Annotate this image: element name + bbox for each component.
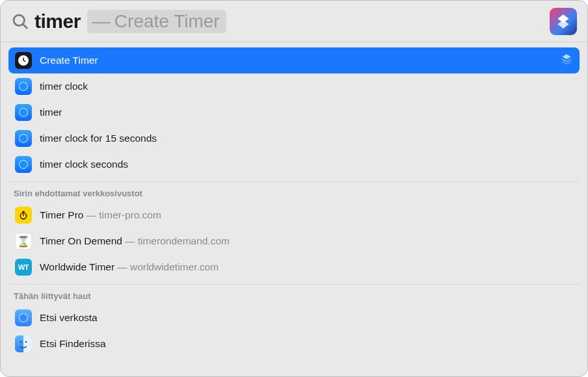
search-suggestion-pill[interactable]: — Create Timer (87, 10, 226, 33)
suggestion-dash: — (92, 11, 111, 32)
section-header-related: Tähän liittyvät haut (8, 284, 580, 305)
suggestion-label: timer clock (40, 81, 88, 92)
safari-icon (15, 104, 32, 121)
result-suggestion[interactable]: timer (8, 99, 580, 125)
suggestion-text: Create Timer (114, 11, 220, 32)
clock-icon (15, 52, 32, 69)
results-panel: Create Timer timer clock timer (1, 42, 587, 365)
site-title: Timer Pro (40, 209, 83, 221)
result-website[interactable]: WT Worldwide Timer — worldwidetimer.com (8, 254, 580, 280)
finder-icon (15, 335, 32, 352)
result-suggestion[interactable]: timer clock seconds (8, 151, 580, 177)
site-url: — timer-pro.com (86, 209, 161, 221)
svg-point-33 (25, 341, 27, 343)
safari-icon (15, 78, 32, 95)
suggestion-label: timer clock for 15 seconds (40, 133, 157, 144)
search-bar[interactable]: timer — Create Timer (1, 1, 587, 42)
site-title: Worldwide Timer (40, 261, 114, 273)
top-hit-label: Create Timer (40, 55, 98, 66)
site-title: Timer On Demend (40, 235, 122, 247)
search-icon (11, 12, 29, 31)
hourglass-icon: ⌛ (15, 233, 32, 250)
shortcuts-app-icon (550, 8, 577, 35)
wt-icon: WT (15, 259, 32, 276)
site-url: — timerondemand.com (125, 235, 230, 247)
result-search-web[interactable]: Etsi verkosta (8, 305, 580, 331)
action-label: Etsi Finderissa (40, 338, 106, 350)
spotlight-window: timer — Create Timer (0, 0, 588, 377)
result-suggestion[interactable]: timer clock (8, 73, 580, 99)
svg-line-1 (23, 24, 27, 28)
safari-icon (15, 130, 32, 147)
result-website[interactable]: ⌛ Timer On Demend — timerondemand.com (8, 228, 580, 254)
suggestion-label: timer (40, 107, 62, 118)
stopwatch-icon (15, 207, 32, 224)
safari-icon (15, 309, 32, 326)
result-website[interactable]: Timer Pro — timer-pro.com (8, 202, 580, 228)
action-label: Etsi verkosta (40, 312, 98, 324)
stack-icon (560, 53, 573, 68)
svg-point-0 (14, 15, 24, 25)
svg-point-32 (20, 341, 22, 343)
site-url: — worldwidetimer.com (117, 261, 219, 273)
search-query[interactable]: timer (34, 10, 81, 32)
section-header-siri-sites: Sirin ehdottamat verkkosivustot (8, 181, 580, 202)
suggestion-label: timer clock seconds (40, 159, 128, 170)
result-suggestion[interactable]: timer clock for 15 seconds (8, 125, 580, 151)
result-top-hit[interactable]: Create Timer (8, 47, 580, 73)
safari-icon (15, 156, 32, 173)
result-search-finder[interactable]: Etsi Finderissa (8, 331, 580, 357)
